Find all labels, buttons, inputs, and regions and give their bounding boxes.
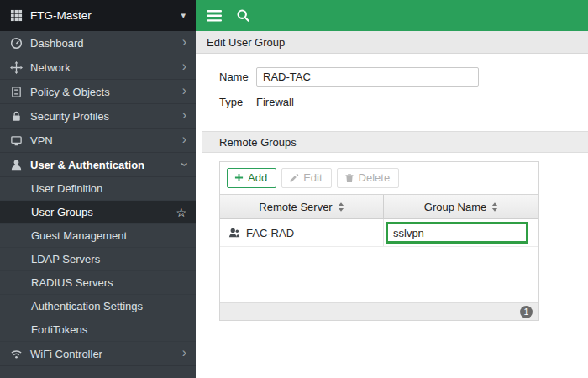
name-row: Name [219,67,588,87]
chevron-right-icon: › [182,133,186,146]
table-empty-area [220,247,538,302]
add-button-label: Add [248,171,267,184]
sidebar-item-label: WiFi Controller [30,348,175,360]
policy-objects-icon [9,86,23,98]
chevron-down-icon: › [177,162,191,166]
sidebar-item-wifi-controller[interactable]: WiFi Controller › [0,342,196,366]
remote-groups-table: Add Edit Delete Remote Server [219,161,539,321]
sidebar-subitem-label: Guest Management [31,229,186,242]
table-footer: 1 [220,302,538,320]
sidebar-subitem-fortitokens[interactable]: FortiTokens [0,318,196,342]
sidebar-subitem-user-definition[interactable]: User Definition [0,177,196,201]
remote-groups-title: Remote Groups [219,136,297,149]
type-row: Type Firewall [219,96,588,108]
page-title: Edit User Group [207,36,285,49]
table-toolbar: Add Edit Delete [220,162,538,194]
grid-logo-icon [10,9,23,22]
chevron-right-icon: › [182,346,186,360]
sidebar-item-label: Dashboard [30,37,175,50]
sidebar-item-vpn[interactable]: VPN › [0,129,196,153]
sidebar-item-label: User & Authentication [30,159,175,171]
sidebar-item-label: VPN [30,134,175,147]
page-title-bar: Edit User Group [196,31,588,54]
search-icon[interactable] [229,3,256,29]
type-value: Firewall [256,96,294,108]
page-count-badge: 1 [520,306,533,318]
sidebar-subitem-label: FortiTokens [31,323,186,336]
sidebar-item-dashboard[interactable]: Dashboard › [0,31,196,55]
sidebar-subitem-label: RADIUS Servers [31,276,186,289]
column-label: Group Name [424,201,486,213]
pencil-icon [289,173,299,183]
sidebar-item-label: Policy & Objects [30,86,175,98]
remote-server-value: FAC-RAD [246,227,294,239]
dashboard-icon [9,37,23,50]
trash-icon [344,173,354,183]
caret-down-icon: ▾ [181,10,186,21]
hamburger-menu-icon[interactable] [201,3,228,29]
name-label: Name [219,71,256,83]
group-name-value: sslvpn [393,227,424,239]
column-label: Remote Server [259,201,332,213]
user-group-form: Name Type Firewall [202,54,588,121]
remote-groups-section-header: Remote Groups [202,131,588,153]
plus-icon [234,173,244,182]
sidebar-subitem-authentication-settings[interactable]: Authentication Settings [0,295,196,318]
column-header-remote-server[interactable]: Remote Server [220,195,384,218]
sidebar-subitem-guest-management[interactable]: Guest Management [0,224,196,248]
delete-button-label: Delete [359,171,391,184]
sidebar-item-label: Security Profiles [30,110,175,123]
add-button[interactable]: Add [227,168,276,188]
table-header-row: Remote Server Group Name [220,194,538,219]
chevron-right-icon: › [182,108,186,122]
table-row[interactable]: FAC-RAD sslvpn [220,219,538,247]
content-panel: Name Type Firewall Remote Groups Add [202,54,588,378]
sidebar-subitem-label: Authentication Settings [31,300,186,312]
favorite-star-icon[interactable]: ☆ [176,206,186,219]
sidebar-subitem-label: LDAP Servers [31,253,186,265]
network-icon [9,61,23,74]
chevron-right-icon: › [182,60,186,73]
hostname-label: FTG-Master [30,9,173,22]
sidebar-item-label: Network [30,61,175,74]
edit-button-label: Edit [303,171,322,184]
column-header-group-name[interactable]: Group Name [384,195,538,218]
wifi-controller-icon [9,348,23,360]
delete-button[interactable]: Delete [337,168,400,188]
hostname-selector[interactable]: FTG-Master ▾ [0,0,196,31]
sidebar-item-policy-objects[interactable]: Policy & Objects › [0,80,196,104]
name-input[interactable] [256,67,479,87]
sidebar-subitem-label: User Groups [31,206,176,218]
sidebar-item-user-authentication[interactable]: User & Authentication › [0,153,196,177]
user-authentication-icon [9,159,23,171]
user-group-icon [228,227,240,239]
sort-icon [491,202,498,212]
main-area: Edit User Group Name Type Firewall Remot… [196,0,588,378]
edit-button[interactable]: Edit [281,168,331,188]
vpn-icon [9,134,23,147]
group-name-highlight-box[interactable]: sslvpn [386,222,528,244]
group-name-cell: sslvpn [384,219,538,246]
chevron-right-icon: › [182,84,186,97]
sidebar-item-network[interactable]: Network › [0,55,196,80]
sort-icon [338,202,344,212]
sidebar-subitem-user-groups[interactable]: User Groups ☆ [0,201,196,224]
sidebar-item-security-profiles[interactable]: Security Profiles › [0,104,196,129]
remote-server-cell: FAC-RAD [220,219,384,246]
chevron-right-icon: › [182,35,186,49]
top-green-bar [196,0,588,31]
sidebar-subitem-radius-servers[interactable]: RADIUS Servers [0,271,196,295]
sidebar-subitem-ldap-servers[interactable]: LDAP Servers [0,248,196,271]
sidebar-subitem-label: User Definition [31,182,186,195]
sidebar-filler [0,366,196,378]
sidebar: FTG-Master ▾ Dashboard › Network › Polic… [0,0,196,378]
security-profiles-icon [9,110,23,123]
type-label: Type [219,96,256,108]
